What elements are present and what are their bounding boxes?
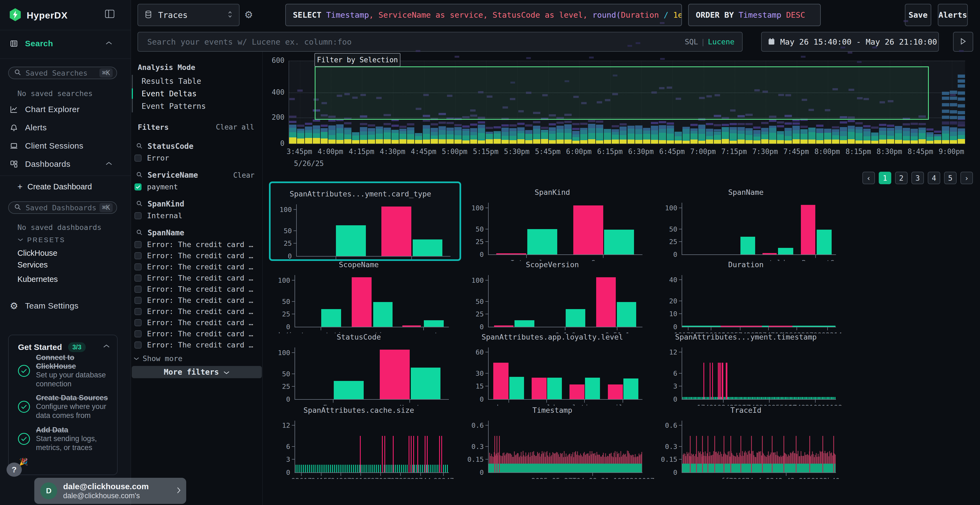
search-icon[interactable]: [136, 229, 143, 237]
mini-chart-traceid[interactable]: TraceId00.150.30.6ff736674e4a9348c43e815…: [656, 399, 848, 479]
events-heatmap-chart[interactable]: 02004006003:45pm4:00pm4:15pm4:30pm4:45pm…: [263, 52, 980, 179]
checkbox[interactable]: [134, 330, 142, 337]
checkbox[interactable]: [134, 264, 142, 270]
checkbox[interactable]: [134, 275, 142, 282]
heatmap-plot[interactable]: [288, 61, 965, 144]
source-select[interactable]: Traces: [137, 4, 240, 26]
preset-clickhouse[interactable]: ClickHouse: [18, 249, 57, 258]
checkbox[interactable]: [134, 154, 142, 162]
order-by-input[interactable]: ORDER BY Timestamp DESC: [688, 4, 821, 26]
source-settings-gear-icon[interactable]: ⚙: [245, 7, 252, 21]
lang-sql-option[interactable]: SQL: [685, 38, 698, 46]
filter-option[interactable]: payment: [134, 181, 263, 192]
mini-chart-spanname[interactable]: SpanName02550100grpc.oteldemo.PaymentSer…: [656, 181, 848, 261]
filter-option[interactable]: Error: The credit card …: [134, 339, 263, 351]
date-range-picker[interactable]: May 26 15:40:00 - May 26 21:10:00: [761, 32, 939, 52]
heatmap-cell: [564, 129, 572, 133]
mini-chart-statuscode[interactable]: StatusCode02550100ErrorUnset: [269, 326, 461, 406]
get-started-step-connect[interactable]: Connect to ClickHouse Set up your databa…: [18, 353, 113, 389]
analysis-mode-results-table[interactable]: Results Table: [142, 75, 201, 87]
checkbox[interactable]: [134, 252, 142, 259]
mini-chart-timestamp[interactable]: Timestamp00.150.30.62025-05-27T04:09:31.…: [463, 399, 655, 479]
analysis-mode-event-deltas[interactable]: Event Deltas: [142, 87, 197, 100]
run-query-button[interactable]: [953, 32, 973, 52]
checkbox[interactable]: [134, 341, 142, 349]
pagination-page-5[interactable]: 5: [944, 172, 956, 184]
mini-chart-spanattributes-app-loyalty-level[interactable]: SpanAttributes.app.loyalty.level0153060b…: [463, 326, 655, 406]
checkbox[interactable]: [134, 308, 142, 315]
sidebar-item-client-sessions[interactable]: Client Sessions: [0, 139, 131, 152]
search-icon[interactable]: [136, 172, 143, 179]
analysis-mode-event-patterns[interactable]: Event Patterns: [142, 100, 206, 113]
checkbox[interactable]: [134, 297, 142, 304]
clear-all-filters-button[interactable]: Clear all: [216, 123, 254, 131]
bar: [737, 397, 738, 399]
user-menu[interactable]: D dale@clickhouse.com dale@clickhouse.co…: [34, 478, 186, 504]
get-started-step-add-data[interactable]: Add Data Start sending logs, metrics, or…: [18, 426, 113, 452]
sidebar-item-team-settings[interactable]: ⚙ Team Settings: [0, 299, 131, 312]
filter-option[interactable]: Error: The credit card …: [134, 272, 263, 284]
heatmap-cell: [454, 135, 462, 140]
pagination-page-1[interactable]: 1: [879, 172, 891, 184]
heatmap-cell: [431, 139, 438, 144]
mini-chart-scopeversion[interactable]: ScopeVersion025501000.1.00.51.1: [463, 254, 655, 333]
help-button[interactable]: ?: [6, 462, 22, 477]
pagination-page-4[interactable]: 4: [928, 172, 940, 184]
filter-option[interactable]: Error: [134, 152, 263, 164]
checkbox[interactable]: [134, 183, 142, 191]
pagination-next-button[interactable]: ›: [960, 172, 973, 184]
more-filters-button[interactable]: More filters: [132, 366, 262, 378]
sidebar-item-dashboards[interactable]: Dashboards: [0, 157, 131, 171]
y-tick-label: 0.3: [656, 443, 677, 451]
sidebar-item-chart-explorer[interactable]: Chart Explorer: [0, 103, 131, 116]
filter-option[interactable]: Error: The credit card …: [134, 284, 263, 295]
mini-chart-scopename[interactable]: ScopeName02550100@hyperdx/instrumentatio…: [269, 254, 461, 333]
get-started-step-sources[interactable]: Create Data Sources Configure where your…: [18, 394, 113, 420]
filter-option[interactable]: Error: The credit card …: [134, 317, 263, 328]
pagination-page-3[interactable]: 3: [912, 172, 924, 184]
mini-chart-spanattributes-yment-timestamp[interactable]: SpanAttributes...yment.timestamp03612174…: [656, 326, 848, 406]
saved-dashboards-input[interactable]: Saved Dashboards ⌘K: [8, 201, 117, 214]
mini-chart-spankind[interactable]: SpanKind02550100InternalServer: [463, 181, 655, 261]
create-dashboard-button[interactable]: + Create Dashboard: [18, 182, 92, 192]
filter-option[interactable]: Error: The credit card …: [134, 250, 263, 261]
preset-services[interactable]: Services: [18, 260, 48, 269]
checkbox[interactable]: [134, 241, 142, 248]
sidebar-item-search[interactable]: Search: [0, 37, 131, 50]
mini-chart-spanattributes-yment-card-type[interactable]: SpanAttributes...yment.card_type02550100…: [269, 181, 461, 261]
bar: [740, 436, 741, 472]
chevron-up-icon[interactable]: [103, 344, 110, 349]
query-language-toggle[interactable]: SQL|Lucene: [685, 38, 735, 46]
filter-option[interactable]: Error: The credit card …: [134, 261, 263, 272]
save-button[interactable]: Save: [905, 4, 931, 26]
clear-filter-button[interactable]: Clear: [233, 171, 255, 179]
show-more-button[interactable]: Show more: [134, 354, 263, 363]
filter-option[interactable]: Error: The credit card …: [134, 328, 263, 339]
sidebar-collapse-icon[interactable]: [105, 10, 115, 18]
event-search-input[interactable]: Search your events w/ Lucene ex. column:…: [137, 32, 743, 52]
heatmap-selection-region[interactable]: [315, 67, 929, 119]
alerts-button[interactable]: Alerts: [938, 4, 968, 26]
presets-toggle[interactable]: PRESETS: [18, 236, 65, 244]
bar: [809, 397, 810, 399]
mini-chart-spanattributes-cache-size[interactable]: SpanAttributes.cache.size036129261794155…: [269, 399, 461, 479]
search-icon[interactable]: [136, 143, 143, 150]
filter-option[interactable]: Error: The credit card …: [134, 239, 263, 250]
filter-option[interactable]: Error: The credit card …: [134, 306, 263, 317]
sidebar-item-alerts[interactable]: Alerts: [0, 121, 131, 134]
mini-chart-duration[interactable]: Duration01020401017268153000219357420422…: [656, 254, 848, 333]
pagination-prev-button[interactable]: ‹: [862, 172, 875, 184]
preset-kubernetes[interactable]: Kubernetes: [18, 275, 58, 284]
database-icon: [145, 10, 152, 20]
checkbox[interactable]: [134, 319, 142, 326]
filter-by-selection-button[interactable]: Filter by Selection: [314, 53, 401, 67]
filter-option[interactable]: Internal: [134, 210, 263, 221]
lang-lucene-option[interactable]: Lucene: [708, 38, 735, 46]
search-icon[interactable]: [136, 200, 143, 208]
checkbox[interactable]: [134, 286, 142, 293]
pagination-page-2[interactable]: 2: [895, 172, 908, 184]
saved-searches-input[interactable]: Saved Searches ⌘K: [8, 67, 117, 79]
checkbox[interactable]: [134, 212, 142, 219]
sql-select-input[interactable]: SELECT Timestamp, ServiceName as service…: [285, 4, 682, 26]
filter-option[interactable]: Error: The credit card …: [134, 295, 263, 306]
